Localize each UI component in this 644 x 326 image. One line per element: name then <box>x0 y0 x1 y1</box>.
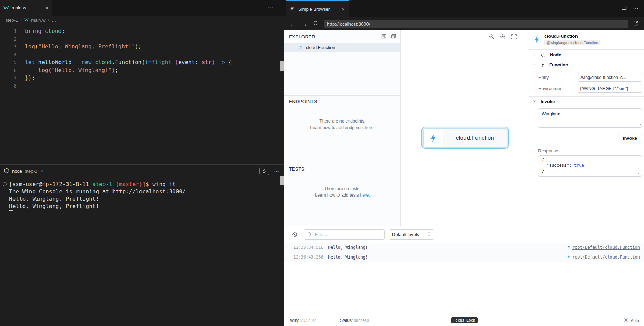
terminal-tab[interactable]: node step-1 × <box>4 168 44 174</box>
endpoints-header: ENDPOINTS <box>284 95 400 108</box>
endpoints-help-link[interactable]: here <box>365 125 373 130</box>
environment-value-input[interactable]: {"WING_TARGET":"sim"} <box>578 84 642 93</box>
resize-handle-icon[interactable] <box>638 121 641 127</box>
resource-canvas[interactable]: cloud.Function <box>401 30 529 226</box>
explorer-header: EXPLORER <box>284 30 400 43</box>
close-icon[interactable]: × <box>41 168 44 174</box>
close-icon[interactable]: × <box>342 6 345 12</box>
zoom-in-icon[interactable] <box>500 34 506 41</box>
inspector-panel: cloud.Function @winglang/sdk.cloud.Funct… <box>529 30 644 226</box>
more-actions-icon[interactable]: ⋯ <box>633 5 639 12</box>
tab-main-w[interactable]: main.w × <box>0 0 52 16</box>
log-timestamp: 12:36:43.266 <box>293 255 324 260</box>
terminal-tab-name: node <box>12 169 22 174</box>
log-resource-link[interactable]: root/Default/cloud.Function <box>567 254 640 260</box>
line-number: 8 <box>0 82 25 90</box>
more-actions-icon[interactable]: ⋯ <box>267 4 274 11</box>
filter-input[interactable] <box>314 232 381 237</box>
theme-toggle[interactable]: Auto <box>624 318 639 324</box>
log-levels-select[interactable]: Default levels <box>389 229 434 240</box>
code-line: 7}); <box>0 74 284 82</box>
log-resource-link[interactable]: root/Default/cloud.Function <box>567 245 640 250</box>
expand-all-icon[interactable] <box>381 34 386 40</box>
explorer-title: EXPLORER <box>289 34 315 39</box>
inspector-header: cloud.Function @winglang/sdk.cloud.Funct… <box>529 30 644 50</box>
cloud-function-node[interactable]: cloud.Function <box>421 127 509 149</box>
status-indicator: Status: success <box>340 318 369 323</box>
chevron-down-icon <box>533 62 536 67</box>
zoom-out-icon[interactable] <box>489 34 495 41</box>
split-editor-icon[interactable] <box>622 5 627 12</box>
tab-label: main.w <box>12 5 26 10</box>
line-number: 2 <box>0 35 25 43</box>
tests-empty-message: There are no tests. Learn how to add tes… <box>284 185 400 199</box>
fit-screen-icon[interactable] <box>511 34 517 41</box>
breadcrumb[interactable]: step-1 › main.w › … <box>0 16 284 25</box>
invoke-button[interactable]: Invoke <box>618 134 642 143</box>
node-hexagon-icon <box>4 168 9 174</box>
editor-scrollbar[interactable] <box>280 61 284 71</box>
section-invoke-label: Invoke <box>541 99 555 104</box>
browser-navbar: ← → <box>284 17 644 30</box>
wing-logo-icon <box>3 5 9 11</box>
resize-handle-icon[interactable] <box>638 171 641 176</box>
terminal-scrollbar[interactable] <box>280 176 284 185</box>
open-external-icon[interactable] <box>633 21 638 27</box>
entry-label: Entry <box>538 75 576 80</box>
response-value: true <box>574 163 584 168</box>
log-row: 12:36:43.266 Hello, Winglang! root/Defau… <box>284 252 644 262</box>
breadcrumb-file[interactable]: main.w <box>31 18 45 23</box>
back-icon[interactable]: ← <box>290 21 296 27</box>
forward-icon[interactable]: → <box>301 21 307 27</box>
section-node-label: Node <box>550 52 561 57</box>
line-number: 4 <box>0 51 25 59</box>
editor-tabbar: main.w × ⋯ <box>0 0 284 16</box>
code-line: 4 <box>0 51 284 59</box>
wing-console: EXPLORER cloud.Function <box>284 30 644 315</box>
lock-button[interactable] <box>259 167 269 175</box>
breadcrumb-folder[interactable]: step-1 <box>6 18 18 23</box>
response-box[interactable]: { "success": true } <box>538 155 642 177</box>
close-icon[interactable]: × <box>45 5 48 11</box>
line-number: 6 <box>0 66 25 74</box>
breadcrumb-symbol[interactable]: … <box>52 18 56 23</box>
invoke-payload-textarea[interactable]: Winglang <box>538 108 642 128</box>
collapse-all-icon[interactable] <box>391 34 396 40</box>
code-editor[interactable]: 1bring cloud; 2 3log("Hello, Winglang, P… <box>0 25 284 90</box>
log-row: 12:35:34.516 Hello, Winglang! root/Defau… <box>284 243 644 252</box>
inspector-type-badge: @winglang/sdk.cloud.Function <box>544 40 600 45</box>
terminal-tab-detail: step-1 <box>25 169 37 174</box>
line-number: 7 <box>0 74 25 82</box>
entry-value-input[interactable]: .wing/cloud.function_c... <box>578 73 642 82</box>
code-line: 3log("Hello, Winglang, Preflight!"); <box>0 43 284 51</box>
lightning-bolt-icon <box>567 254 571 260</box>
tab-simple-browser[interactable]: Simple Browser × <box>286 0 349 17</box>
line-number: 3 <box>0 43 25 51</box>
line-number: 5 <box>0 58 25 66</box>
tests-help-link[interactable]: here <box>360 193 369 198</box>
terminal-panel: node step-1 × ⋯ [ssm-user@ip-172-31-8-11… <box>0 164 284 326</box>
theme-label: Auto <box>631 318 639 323</box>
explorer-item-cloud-function[interactable]: cloud.Function <box>284 43 400 52</box>
code-line: 6 log("Hello, Winglang!"); <box>0 66 284 74</box>
browser-pane: Simple Browser × ⋯ ← → EXPLORER <box>284 0 644 326</box>
terminal-line: [ssm-user@ip-172-31-8-11 step-1 (master)… <box>9 181 284 188</box>
section-invoke[interactable]: Invoke <box>529 97 644 106</box>
log-message: Hello, Winglang! <box>328 255 368 260</box>
terminal-output[interactable]: [ssm-user@ip-172-31-8-11 step-1 (master)… <box>0 177 284 219</box>
clear-logs-button[interactable] <box>289 229 300 240</box>
url-input[interactable] <box>324 20 628 28</box>
focus-lock-badge: Focus Lock <box>451 317 478 323</box>
command-decoration-icon <box>3 182 7 186</box>
more-actions-icon[interactable]: ⋯ <box>274 168 280 174</box>
section-function[interactable]: Function <box>529 60 644 70</box>
code-line: 8 <box>0 82 284 90</box>
reload-icon[interactable] <box>313 21 318 27</box>
terminal-line: Hello, Winglang, Preflight! <box>9 195 284 202</box>
chevron-up-down-icon <box>427 232 431 237</box>
code-line: 5let helloWorld = new cloud.Function(inf… <box>0 58 284 66</box>
section-node[interactable]: Node <box>529 50 644 60</box>
search-icon <box>307 232 312 238</box>
chevron-right-icon <box>533 52 536 57</box>
code-line: 1bring cloud; <box>0 27 284 35</box>
